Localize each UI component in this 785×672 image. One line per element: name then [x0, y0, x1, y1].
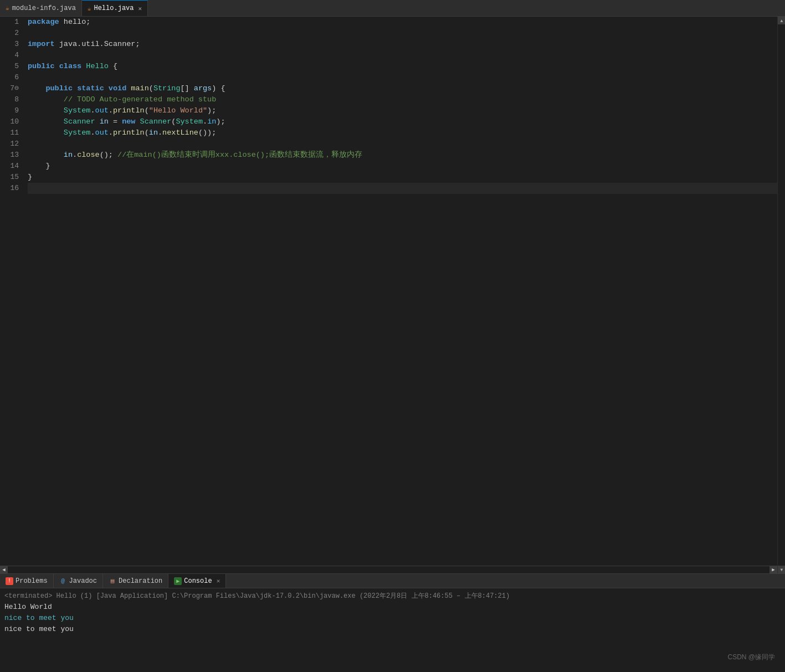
- code-line-16: [28, 183, 777, 194]
- tab-hello-label: Hello.java: [94, 4, 134, 12]
- hscroll-right-button[interactable]: ▶: [769, 566, 777, 574]
- vscroll[interactable]: ▲ ▼: [777, 17, 785, 573]
- tab-module-info-label: module-info.java: [12, 4, 76, 12]
- tab-problems-label: Problems: [16, 577, 48, 585]
- close-icon[interactable]: ✕: [138, 5, 142, 12]
- code-line-4: [28, 50, 777, 61]
- console-line-2: nice to meet you: [4, 613, 781, 624]
- console-close-icon[interactable]: ✕: [217, 577, 220, 584]
- code-line-11: System.out.println(in.nextLine());: [28, 127, 777, 138]
- vscroll-up-button[interactable]: ▲: [778, 17, 785, 24]
- javadoc-icon: @: [59, 577, 67, 585]
- code-line-3: import java.util.Scanner;: [28, 39, 777, 50]
- line-numbers: 1 2 3 4 5 6 7⊖ 8 9 10 11 12 13 14 15 16: [0, 17, 23, 566]
- code-line-6: [28, 72, 777, 83]
- tab-hello[interactable]: ☕ Hello.java ✕: [82, 0, 148, 16]
- tab-declaration-label: Declaration: [119, 577, 162, 585]
- code-line-5: public class Hello {: [28, 61, 777, 72]
- tab-module-info[interactable]: ☕ module-info.java: [0, 0, 82, 16]
- tab-javadoc[interactable]: @ Javadoc: [54, 574, 103, 588]
- tab-console-label: Console: [184, 577, 212, 585]
- tab-problems[interactable]: ! Problems: [0, 574, 54, 588]
- problems-icon: !: [6, 577, 13, 585]
- code-line-7: public static void main(String[] args) {: [28, 83, 777, 94]
- hscroll-left-button[interactable]: ◀: [0, 566, 8, 574]
- bottom-tabs: ! Problems @ Javadoc ▤ Declaration ▶ Con…: [0, 574, 785, 588]
- java-icon-2: ☕: [88, 5, 91, 12]
- java-icon: ☕: [6, 4, 9, 12]
- console-output: <terminated> Hello (1) [Java Application…: [0, 588, 785, 672]
- console-line-1: Hello World: [4, 602, 781, 613]
- watermark: CSDN @缘同学: [727, 653, 775, 662]
- code-line-8: // TODO Auto-generated method stub: [28, 94, 777, 105]
- code-line-9: System.out.println("Hello World");: [28, 105, 777, 116]
- tab-bar: ☕ module-info.java ☕ Hello.java ✕: [0, 0, 785, 17]
- code-line-2: [28, 28, 777, 39]
- hscroll-track[interactable]: [8, 566, 769, 574]
- code-line-14: }: [28, 161, 777, 172]
- code-line-12: [28, 138, 777, 150]
- code-line-1: package hello;: [28, 17, 777, 28]
- code-lines: package hello; import java.util.Scanner;…: [23, 17, 777, 566]
- vscroll-down-button[interactable]: ▼: [778, 566, 785, 573]
- console-terminated: <terminated> Hello (1) [Java Application…: [4, 591, 781, 602]
- code-line-13: in.close(); //在main()函数结束时调用xxx.close();…: [28, 150, 777, 161]
- tab-javadoc-label: Javadoc: [69, 577, 97, 585]
- tab-console[interactable]: ▶ Console ✕: [168, 574, 226, 588]
- editor-content[interactable]: 1 2 3 4 5 6 7⊖ 8 9 10 11 12 13 14 15 16 …: [0, 17, 777, 566]
- editor-area: 1 2 3 4 5 6 7⊖ 8 9 10 11 12 13 14 15 16 …: [0, 17, 785, 573]
- declaration-icon: ▤: [109, 577, 116, 585]
- tab-declaration[interactable]: ▤ Declaration: [103, 574, 168, 588]
- code-line-10: Scanner in = new Scanner(System.in);: [28, 116, 777, 127]
- bottom-panel: ! Problems @ Javadoc ▤ Declaration ▶ Con…: [0, 573, 785, 672]
- code-line-15: }: [28, 172, 777, 183]
- console-line-3: nice to meet you: [4, 624, 781, 635]
- editor-scroll: 1 2 3 4 5 6 7⊖ 8 9 10 11 12 13 14 15 16 …: [0, 17, 777, 573]
- hscroll-bar[interactable]: ◀ ▶: [0, 566, 777, 573]
- console-icon: ▶: [174, 577, 182, 585]
